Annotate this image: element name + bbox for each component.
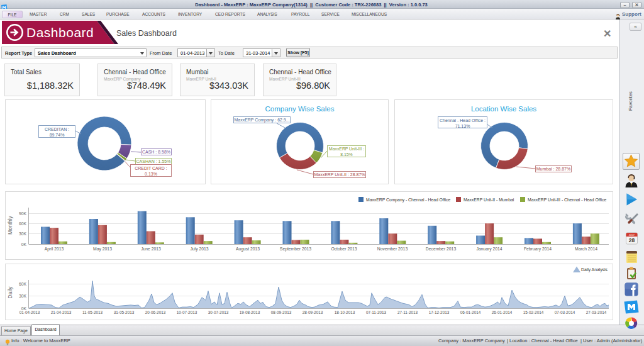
svg-text:28: 28	[629, 237, 635, 243]
svg-text:JULY: JULY	[629, 233, 635, 237]
